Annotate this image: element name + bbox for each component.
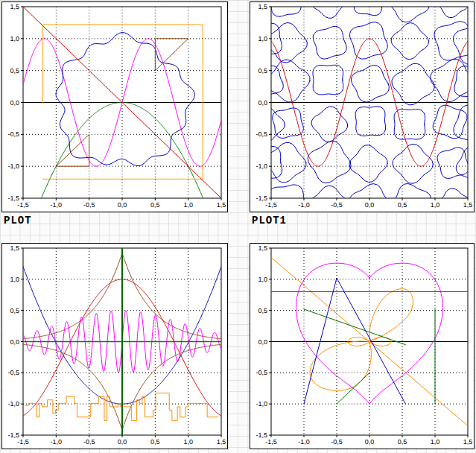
plot-top-right-canvas: -1,5-1,5-1,0-1,0-0,5-0,50,00,00,50,51,01… (250, 2, 474, 212)
x-tick-label: -1,5 (265, 201, 277, 209)
green-segment-short (337, 373, 369, 404)
x-tick-label: 1,5 (463, 438, 473, 446)
y-tick-label: -1,0 (256, 162, 267, 170)
x-tick-label: -1,5 (17, 438, 29, 446)
y-tick-label: 0,5 (258, 307, 267, 314)
y-tick-label: -1,5 (7, 194, 19, 202)
plotting-canvas: { "app": { "background": {"cell_w": 13.3… (0, 0, 476, 453)
y-tick-label: -1,5 (256, 431, 267, 439)
y-tick-label: 0,0 (258, 99, 267, 107)
x-tick-label: 1,0 (183, 201, 193, 209)
x-tick-label: -0,5 (83, 438, 95, 446)
y-tick-label: 0,0 (258, 338, 267, 346)
y-tick-label: -1,5 (7, 431, 19, 439)
x-tick-label: -1,5 (17, 201, 29, 209)
x-tick-label: 1,0 (183, 438, 193, 446)
y-tick-label: -1,0 (7, 400, 19, 408)
y-tick-label: 1,0 (10, 276, 19, 283)
contour-blob-lattice (250, 2, 474, 212)
y-tick-label: 0,0 (10, 338, 19, 346)
x-tick-label: -1,0 (51, 438, 63, 446)
plot-title: PLOT (4, 215, 32, 226)
plot1-title: PLOT1 (252, 215, 287, 226)
x-tick-label: -1,0 (298, 438, 310, 446)
y-tick-label: 1,5 (10, 244, 19, 252)
x-tick-label: -1,0 (298, 201, 310, 209)
x-tick-label: 0,0 (365, 201, 375, 209)
x-tick-label: -0,5 (83, 201, 95, 209)
y-tick-label: 1,5 (10, 3, 19, 10)
x-tick-label: 0,5 (150, 438, 160, 446)
y-tick-label: 0,5 (10, 307, 19, 314)
plot-window-plot2[interactable]: -1,5-1,5-1,0-1,0-0,5-0,50,00,00,50,51,01… (1, 243, 228, 449)
x-tick-label: 1,0 (431, 201, 440, 209)
x-tick-label: 1,5 (217, 201, 226, 209)
plot-top-left-canvas: -1,5-1,5-1,0-1,0-0,5-0,50,00,00,50,51,01… (2, 2, 227, 212)
y-tick-label: -0,5 (256, 130, 267, 138)
x-tick-label: 1,5 (217, 438, 226, 446)
y-tick-label: 1,0 (258, 276, 267, 283)
y-tick-label: 0,5 (10, 67, 19, 75)
y-tick-label: 1,5 (258, 3, 267, 10)
plot-window-plot3[interactable]: -1,5-1,5-1,0-1,0-0,5-0,50,00,00,50,51,01… (250, 243, 475, 449)
x-tick-label: -0,5 (331, 201, 343, 209)
green-segment-long (304, 309, 405, 345)
x-tick-label: -1,5 (265, 438, 277, 446)
y-tick-label: -0,5 (7, 130, 19, 138)
y-tick-label: -0,5 (256, 369, 267, 376)
y-tick-label: -1,0 (256, 400, 267, 408)
rose-petal-ne (369, 289, 413, 342)
parabola-down (23, 103, 221, 212)
y-tick-label: 1,0 (258, 35, 267, 42)
y-tick-label: -0,5 (7, 369, 19, 376)
plot-bottom-left-canvas: -1,5-1,5-1,0-1,0-0,5-0,50,00,00,50,51,01… (2, 244, 227, 449)
x-tick-label: 0,0 (118, 438, 127, 446)
y-tick-label: 1,0 (10, 35, 19, 42)
rose-petal-sw (310, 341, 371, 390)
x-tick-label: 1,0 (431, 438, 440, 446)
plot-window-plot1[interactable]: -1,5-1,5-1,0-1,0-0,5-0,50,00,00,50,51,01… (250, 1, 475, 212)
plot-window-plot[interactable]: -1,5-1,5-1,0-1,0-0,5-0,50,00,00,50,51,01… (1, 1, 228, 212)
x-tick-label: 0,0 (118, 201, 127, 209)
plot-bottom-right-canvas: -1,5-1,5-1,0-1,0-0,5-0,50,00,00,50,51,01… (250, 244, 474, 449)
x-tick-label: 0,5 (150, 201, 160, 209)
y-tick-label: 0,5 (258, 67, 267, 75)
x-tick-label: 1,5 (463, 201, 473, 209)
y-tick-label: -1,5 (256, 194, 267, 202)
x-tick-label: -0,5 (331, 438, 343, 446)
y-tick-label: 0,0 (10, 99, 19, 107)
x-tick-label: 0,5 (398, 438, 407, 446)
x-tick-label: 0,0 (365, 438, 375, 446)
x-tick-label: -1,0 (51, 201, 63, 209)
y-tick-label: -1,0 (7, 162, 19, 170)
x-tick-label: 0,5 (398, 201, 407, 209)
y-tick-label: 1,5 (258, 244, 267, 252)
